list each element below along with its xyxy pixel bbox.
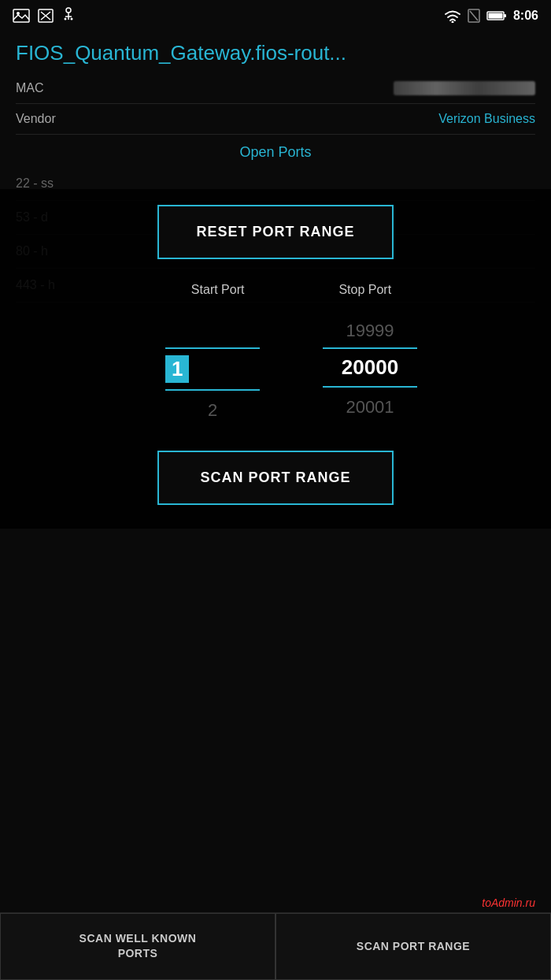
wifi-icon [444,9,461,23]
port-columns: 1 2 19999 20000 20001 [16,313,535,427]
status-bar-right-icons: 8:06 [444,9,538,23]
usb-icon [61,7,76,24]
start-port-label: Start Port [191,283,245,297]
vendor-label: Vendor [16,112,56,126]
mac-value [394,81,535,95]
svg-point-10 [451,21,453,24]
status-bar: 8:06 [0,0,551,32]
scan-port-range-button[interactable]: SCAN PORT RANGE [157,451,394,505]
sim-icon [468,9,480,23]
x-icon [38,9,54,23]
stop-port-current[interactable]: 20000 [323,355,417,380]
open-ports-header: Open Ports [16,138,535,167]
port-range-overlay: RESET PORT RANGE Start Port Stop Port 1 … [0,189,551,529]
start-port-above [210,313,215,347]
start-port-input-row[interactable]: 1 [165,349,260,389]
port-range-labels: Start Port Stop Port [16,283,535,297]
status-time: 8:06 [513,9,538,23]
svg-rect-14 [504,14,506,17]
vendor-value: Verizon Business [438,112,535,126]
image-icon [13,9,30,23]
svg-rect-0 [13,9,29,22]
start-port-cursor[interactable]: 1 [165,355,189,383]
stop-port-below: 20001 [346,388,394,424]
bottom-scan-port-range-button[interactable]: SCAN PORT RANGE [276,913,551,980]
watermark: toAdmin.ru [482,896,535,909]
battery-icon [486,10,507,21]
vendor-row: Vendor Verizon Business [16,104,535,135]
stop-port-above: 19999 [346,313,394,347]
status-bar-left-icons [13,7,76,24]
svg-point-5 [66,8,71,13]
scan-well-known-ports-button[interactable]: SCAN WELL KNOWNPORTS [0,913,276,980]
reset-port-range-button[interactable]: RESET PORT RANGE [157,205,394,259]
mac-row: MAC [16,73,535,104]
stop-port-label: Stop Port [338,283,391,297]
bottom-buttons: SCAN WELL KNOWNPORTS SCAN PORT RANGE [0,912,551,980]
start-port-column: 1 2 [165,313,260,427]
device-title: FIOS_Quantum_Gateway.fios-rout... [16,32,535,73]
mac-label: MAC [16,81,44,95]
svg-point-8 [65,18,67,20]
start-port-below: 2 [208,391,217,427]
stop-port-input-row[interactable]: 20000 [323,349,417,386]
stop-port-column: 19999 20000 20001 [323,313,417,427]
svg-line-12 [470,11,478,20]
svg-rect-15 [488,13,502,19]
svg-point-9 [71,18,73,20]
